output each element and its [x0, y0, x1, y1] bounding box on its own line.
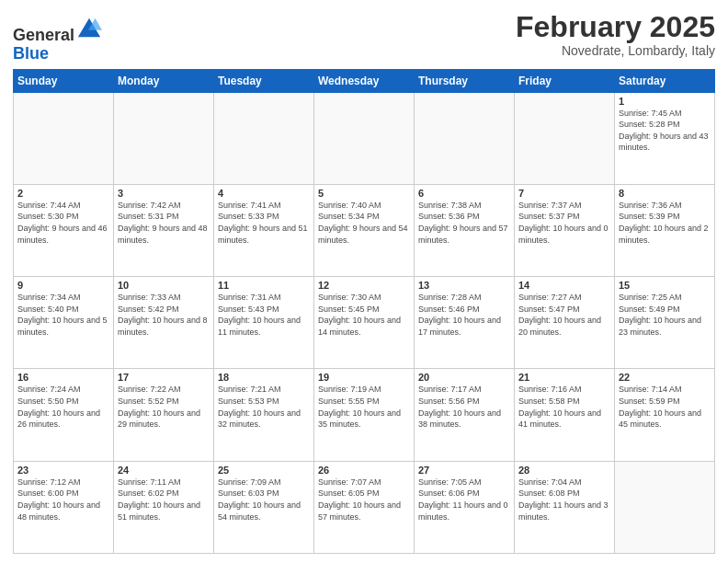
- table-row: 5Sunrise: 7:40 AM Sunset: 5:34 PM Daylig…: [314, 184, 415, 276]
- table-row: 10Sunrise: 7:33 AM Sunset: 5:42 PM Dayli…: [114, 277, 214, 369]
- table-row: 13Sunrise: 7:28 AM Sunset: 5:46 PM Dayli…: [415, 277, 515, 369]
- col-tuesday: Tuesday: [214, 69, 314, 92]
- col-friday: Friday: [515, 69, 615, 92]
- day-number: 21: [518, 372, 610, 383]
- day-info: Sunrise: 7:14 AM Sunset: 5:59 PM Dayligh…: [619, 384, 711, 430]
- table-row: 12Sunrise: 7:30 AM Sunset: 5:45 PM Dayli…: [314, 277, 415, 369]
- day-info: Sunrise: 7:17 AM Sunset: 5:56 PM Dayligh…: [418, 384, 510, 430]
- calendar-week-row: 2Sunrise: 7:44 AM Sunset: 5:30 PM Daylig…: [14, 184, 715, 276]
- table-row: 17Sunrise: 7:22 AM Sunset: 5:52 PM Dayli…: [114, 369, 214, 461]
- day-number: 18: [218, 372, 310, 383]
- day-info: Sunrise: 7:22 AM Sunset: 5:52 PM Dayligh…: [118, 384, 210, 430]
- day-info: Sunrise: 7:42 AM Sunset: 5:31 PM Dayligh…: [118, 200, 210, 246]
- location: Novedrate, Lombardy, Italy: [516, 43, 715, 58]
- day-info: Sunrise: 7:25 AM Sunset: 5:49 PM Dayligh…: [619, 292, 711, 338]
- day-info: Sunrise: 7:07 AM Sunset: 6:05 PM Dayligh…: [318, 477, 410, 523]
- day-number: 24: [118, 465, 210, 476]
- calendar-week-row: 9Sunrise: 7:34 AM Sunset: 5:40 PM Daylig…: [14, 277, 715, 369]
- day-number: 1: [619, 96, 711, 107]
- logo-general: General: [13, 26, 74, 44]
- day-info: Sunrise: 7:34 AM Sunset: 5:40 PM Dayligh…: [17, 292, 109, 338]
- table-row: [615, 461, 715, 553]
- table-row: 18Sunrise: 7:21 AM Sunset: 5:53 PM Dayli…: [214, 369, 314, 461]
- calendar-week-row: 1Sunrise: 7:45 AM Sunset: 5:28 PM Daylig…: [14, 92, 715, 184]
- day-info: Sunrise: 7:37 AM Sunset: 5:37 PM Dayligh…: [518, 200, 610, 246]
- table-row: 24Sunrise: 7:11 AM Sunset: 6:02 PM Dayli…: [114, 461, 214, 553]
- table-row: [515, 92, 615, 184]
- calendar-table: Sunday Monday Tuesday Wednesday Thursday…: [13, 69, 715, 554]
- day-number: 3: [118, 188, 210, 199]
- table-row: 6Sunrise: 7:38 AM Sunset: 5:36 PM Daylig…: [415, 184, 515, 276]
- day-info: Sunrise: 7:28 AM Sunset: 5:46 PM Dayligh…: [418, 292, 510, 338]
- day-info: Sunrise: 7:11 AM Sunset: 6:02 PM Dayligh…: [118, 477, 210, 523]
- logo: General Blue: [13, 15, 102, 63]
- day-number: 6: [418, 188, 510, 199]
- table-row: 4Sunrise: 7:41 AM Sunset: 5:33 PM Daylig…: [214, 184, 314, 276]
- day-info: Sunrise: 7:31 AM Sunset: 5:43 PM Dayligh…: [218, 292, 310, 338]
- table-row: 23Sunrise: 7:12 AM Sunset: 6:00 PM Dayli…: [14, 461, 114, 553]
- calendar-header-row: Sunday Monday Tuesday Wednesday Thursday…: [14, 69, 715, 92]
- table-row: 22Sunrise: 7:14 AM Sunset: 5:59 PM Dayli…: [615, 369, 715, 461]
- day-info: Sunrise: 7:33 AM Sunset: 5:42 PM Dayligh…: [118, 292, 210, 338]
- table-row: 21Sunrise: 7:16 AM Sunset: 5:58 PM Dayli…: [515, 369, 615, 461]
- day-info: Sunrise: 7:41 AM Sunset: 5:33 PM Dayligh…: [218, 200, 310, 246]
- table-row: 28Sunrise: 7:04 AM Sunset: 6:08 PM Dayli…: [515, 461, 615, 553]
- day-info: Sunrise: 7:21 AM Sunset: 5:53 PM Dayligh…: [218, 384, 310, 430]
- day-info: Sunrise: 7:36 AM Sunset: 5:39 PM Dayligh…: [619, 200, 711, 246]
- day-number: 7: [518, 188, 610, 199]
- table-row: 15Sunrise: 7:25 AM Sunset: 5:49 PM Dayli…: [615, 277, 715, 369]
- day-info: Sunrise: 7:16 AM Sunset: 5:58 PM Dayligh…: [518, 384, 610, 430]
- day-number: 5: [318, 188, 410, 199]
- top-section: General Blue February 2025 Novedrate, Lo…: [13, 11, 715, 63]
- day-info: Sunrise: 7:04 AM Sunset: 6:08 PM Dayligh…: [518, 477, 610, 523]
- day-info: Sunrise: 7:38 AM Sunset: 5:36 PM Dayligh…: [418, 200, 510, 246]
- table-row: [415, 92, 515, 184]
- day-info: Sunrise: 7:40 AM Sunset: 5:34 PM Dayligh…: [318, 200, 410, 246]
- calendar-week-row: 23Sunrise: 7:12 AM Sunset: 6:00 PM Dayli…: [14, 461, 715, 553]
- col-wednesday: Wednesday: [314, 69, 415, 92]
- table-row: 25Sunrise: 7:09 AM Sunset: 6:03 PM Dayli…: [214, 461, 314, 553]
- table-row: [214, 92, 314, 184]
- col-sunday: Sunday: [14, 69, 114, 92]
- col-thursday: Thursday: [415, 69, 515, 92]
- day-number: 22: [619, 372, 711, 383]
- day-info: Sunrise: 7:12 AM Sunset: 6:00 PM Dayligh…: [17, 477, 109, 523]
- day-info: Sunrise: 7:44 AM Sunset: 5:30 PM Dayligh…: [17, 200, 109, 246]
- calendar-week-row: 16Sunrise: 7:24 AM Sunset: 5:50 PM Dayli…: [14, 369, 715, 461]
- month-title: February 2025: [516, 11, 715, 43]
- logo-icon: [76, 15, 102, 40]
- table-row: 7Sunrise: 7:37 AM Sunset: 5:37 PM Daylig…: [515, 184, 615, 276]
- day-info: Sunrise: 7:19 AM Sunset: 5:55 PM Dayligh…: [318, 384, 410, 430]
- day-number: 13: [418, 280, 510, 291]
- table-row: 16Sunrise: 7:24 AM Sunset: 5:50 PM Dayli…: [14, 369, 114, 461]
- day-number: 11: [218, 280, 310, 291]
- page: General Blue February 2025 Novedrate, Lo…: [0, 0, 728, 563]
- day-info: Sunrise: 7:24 AM Sunset: 5:50 PM Dayligh…: [17, 384, 109, 430]
- table-row: 20Sunrise: 7:17 AM Sunset: 5:56 PM Dayli…: [415, 369, 515, 461]
- table-row: [114, 92, 214, 184]
- day-info: Sunrise: 7:30 AM Sunset: 5:45 PM Dayligh…: [318, 292, 410, 338]
- day-number: 9: [17, 280, 109, 291]
- col-saturday: Saturday: [615, 69, 715, 92]
- day-info: Sunrise: 7:05 AM Sunset: 6:06 PM Dayligh…: [418, 477, 510, 523]
- table-row: 26Sunrise: 7:07 AM Sunset: 6:05 PM Dayli…: [314, 461, 415, 553]
- day-info: Sunrise: 7:45 AM Sunset: 5:28 PM Dayligh…: [619, 108, 711, 154]
- day-number: 17: [118, 372, 210, 383]
- day-number: 26: [318, 465, 410, 476]
- day-info: Sunrise: 7:09 AM Sunset: 6:03 PM Dayligh…: [218, 477, 310, 523]
- logo-blue: Blue: [13, 44, 49, 63]
- day-number: 19: [318, 372, 410, 383]
- table-row: 8Sunrise: 7:36 AM Sunset: 5:39 PM Daylig…: [615, 184, 715, 276]
- table-row: 19Sunrise: 7:19 AM Sunset: 5:55 PM Dayli…: [314, 369, 415, 461]
- day-info: Sunrise: 7:27 AM Sunset: 5:47 PM Dayligh…: [518, 292, 610, 338]
- day-number: 27: [418, 465, 510, 476]
- day-number: 14: [518, 280, 610, 291]
- table-row: [314, 92, 415, 184]
- day-number: 28: [518, 465, 610, 476]
- day-number: 23: [17, 465, 109, 476]
- table-row: 1Sunrise: 7:45 AM Sunset: 5:28 PM Daylig…: [615, 92, 715, 184]
- day-number: 4: [218, 188, 310, 199]
- day-number: 2: [17, 188, 109, 199]
- day-number: 8: [619, 188, 711, 199]
- table-row: 2Sunrise: 7:44 AM Sunset: 5:30 PM Daylig…: [14, 184, 114, 276]
